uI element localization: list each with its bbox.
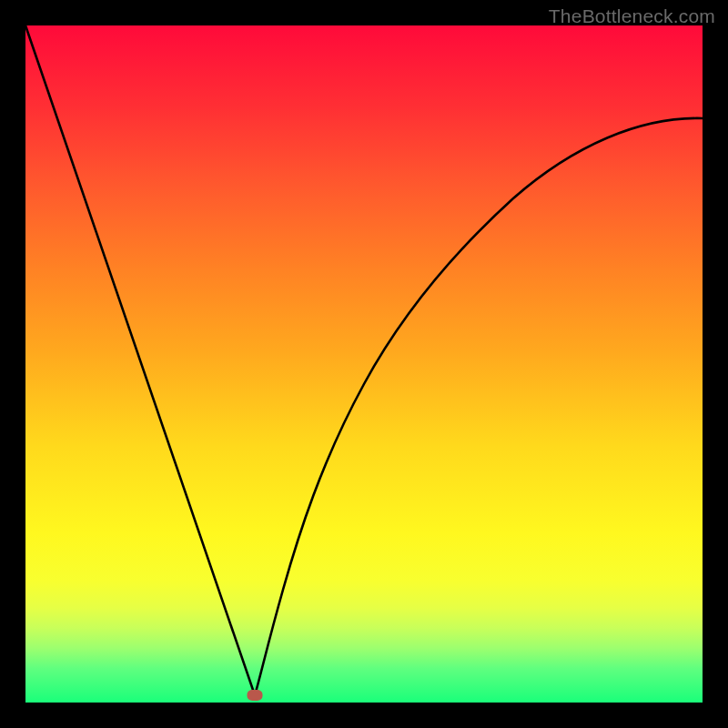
minimum-marker (248, 690, 263, 701)
bottleneck-curve (25, 25, 703, 703)
chart-frame: TheBottleneck.com (0, 0, 728, 728)
curve-path (25, 25, 703, 695)
watermark-text: TheBottleneck.com (549, 5, 715, 27)
